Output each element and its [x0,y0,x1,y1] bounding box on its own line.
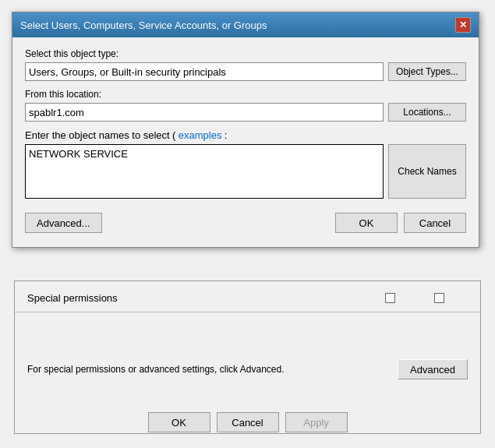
bottom-ok-button[interactable]: OK [148,412,210,432]
cancel-button[interactable]: Cancel [404,213,466,233]
advanced-section: For special permissions or advanced sett… [15,312,480,387]
main-dialog: Select Users, Computers, Service Account… [12,12,479,248]
dialog-title: Select Users, Computers, Service Account… [20,19,267,31]
advanced-description: For special permissions or advanced sett… [27,363,388,376]
names-label-link[interactable]: examples [179,129,222,141]
object-type-row: Object Types... [25,62,466,81]
names-group: Enter the object names to select ( examp… [25,129,466,199]
bottom-buttons-row: OK Cancel Apply [0,412,495,432]
special-permissions-label: Special permissions [27,292,369,304]
location-label: From this location: [25,89,466,100]
bottom-apply-button: Apply [285,412,348,432]
advanced-dialog-button[interactable]: Advanced... [25,213,102,233]
dialog-close-button[interactable]: ✕ [455,17,471,33]
special-permissions-checkbox-2[interactable] [434,293,444,303]
special-permissions-checkbox-1[interactable] [385,293,395,303]
object-type-label: Select this object type: [25,48,466,59]
bottom-cancel-button[interactable]: Cancel [217,412,279,432]
object-types-button[interactable]: Object Types... [388,62,466,81]
locations-button[interactable]: Locations... [388,103,466,122]
dialog-titlebar: Select Users, Computers, Service Account… [12,12,479,37]
dialog-actions: Advanced... OK Cancel [25,206,466,236]
names-row: Check Names [25,144,466,199]
names-label-suffix: : [225,129,228,141]
check-names-button[interactable]: Check Names [388,144,466,199]
names-textarea[interactable] [25,144,384,199]
location-row: Locations... [25,103,466,122]
names-label-prefix: Enter the object names to select [25,129,170,141]
names-label: Enter the object names to select ( examp… [25,129,466,141]
background-inner-panel: Special permissions For special permissi… [14,280,481,434]
dialog-body: Select this object type: Object Types...… [12,37,479,247]
ok-button[interactable]: OK [335,213,398,233]
object-type-group: Select this object type: Object Types... [25,48,466,81]
advanced-button[interactable]: Advanced [398,359,468,379]
names-label-space: ( [172,129,175,141]
dialog-actions-right: OK Cancel [335,213,466,233]
location-group: From this location: Locations... [25,89,466,122]
location-input[interactable] [25,103,384,122]
special-permissions-row: Special permissions [15,281,480,312]
screen: Special permissions For special permissi… [0,0,495,448]
object-type-input[interactable] [25,62,384,81]
